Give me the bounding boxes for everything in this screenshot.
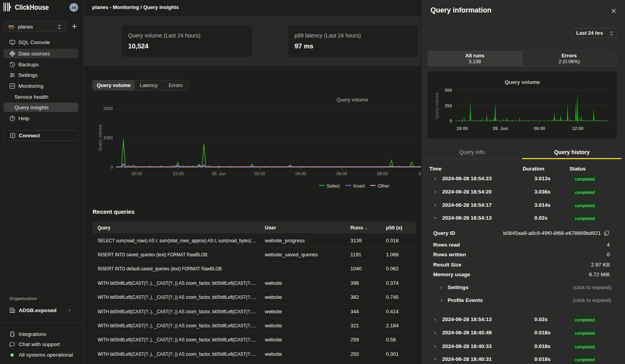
- svg-text:Query volume: Query volume: [505, 79, 540, 85]
- svg-text:06:00: 06:00: [336, 171, 347, 176]
- svg-text:28. Jun: 28. Jun: [493, 126, 508, 131]
- svg-text:02:00: 02:00: [254, 171, 265, 176]
- svg-text:0: 0: [450, 119, 452, 123]
- svg-text:Query volume: Query volume: [434, 92, 439, 119]
- svg-text:aws: aws: [9, 25, 14, 27]
- svg-text:20:00: 20:00: [131, 171, 142, 176]
- svg-text:Query volume: Query volume: [98, 124, 102, 151]
- svg-text:28. Jun: 28. Jun: [212, 171, 226, 176]
- svg-text:0: 0: [111, 165, 113, 169]
- svg-text:Other: Other: [378, 183, 389, 189]
- svg-text:18:00: 18:00: [456, 126, 468, 131]
- svg-text:12:00: 12:00: [572, 126, 583, 131]
- svg-text:Select: Select: [327, 183, 340, 189]
- svg-text:04:00: 04:00: [295, 171, 306, 176]
- svg-text:Query volume: Query volume: [337, 97, 368, 103]
- svg-text:500: 500: [445, 88, 452, 92]
- svg-text:Insert: Insert: [353, 183, 365, 189]
- svg-text:?: ?: [11, 116, 13, 120]
- svg-text:06:00: 06:00: [534, 126, 545, 131]
- svg-text:22:00: 22:00: [173, 171, 184, 176]
- svg-text:08:00: 08:00: [377, 171, 388, 176]
- svg-text:1000: 1000: [104, 135, 113, 140]
- svg-text:250: 250: [445, 103, 452, 108]
- svg-text:2000: 2000: [104, 106, 113, 111]
